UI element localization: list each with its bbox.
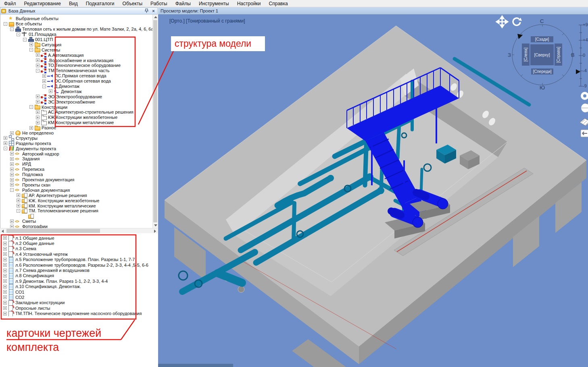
card-item[interactable]: + л.9 Демонтаж. План. Разрез 1-1, 2-2, 3…: [0, 278, 158, 284]
expander-icon[interactable]: +: [3, 274, 7, 278]
menu-item[interactable]: Справка: [265, 0, 292, 7]
tree-item[interactable]: [0, 214, 152, 219]
tree-item[interactable]: + Структуры: [0, 135, 152, 141]
tree-item[interactable]: - ТМ.Тепломеханическая часть: [0, 68, 152, 73]
tree-item[interactable]: + Проекты скан: [0, 182, 152, 188]
expander-icon[interactable]: -: [29, 48, 33, 52]
tree-item[interactable]: + КМ. Конструкции металлические: [0, 203, 152, 208]
navigation-compass[interactable]: С В Ю З [Сзади] [Слева] [Сверху] [Справа…: [512, 24, 573, 85]
menu-item[interactable]: Вид: [65, 0, 82, 7]
compass-face-top[interactable]: [Сверху]: [530, 44, 554, 65]
menu-item[interactable]: Настройки: [233, 0, 265, 7]
scroll-down-icon[interactable]: [154, 224, 157, 226]
card-item[interactable]: + л.5 Расположение трубопроводов. План. …: [0, 257, 158, 262]
expander-icon[interactable]: +: [36, 53, 40, 57]
expander-icon[interactable]: +: [10, 225, 14, 228]
tree-item[interactable]: + Проектная документация: [0, 177, 152, 182]
tree-horizontal-scrollbar[interactable]: [0, 228, 158, 233]
expander-icon[interactable]: +: [36, 110, 40, 114]
expander-icon[interactable]: +: [10, 162, 14, 166]
scroll-left-icon[interactable]: [2, 230, 4, 233]
expander-icon[interactable]: +: [10, 131, 14, 135]
tree-item[interactable]: + .Водоснабжение и канализация: [0, 58, 152, 63]
tree-item[interactable]: + Разделы проекта: [0, 141, 152, 146]
tree-item[interactable]: + ТО.Технологическое оборудование: [0, 63, 152, 68]
menu-item[interactable]: Объекты: [119, 0, 147, 7]
tree-item[interactable]: + ЭС.Электроснабжение: [0, 99, 152, 104]
tree-item[interactable]: - 01.Площадка: [0, 32, 152, 37]
compass-west[interactable]: З: [508, 52, 511, 58]
menu-item[interactable]: Работы: [146, 0, 171, 7]
expander-icon[interactable]: +: [10, 157, 14, 161]
tree-item[interactable]: - ТМ. Тепломеханические решения: [0, 208, 152, 214]
compass-face-right[interactable]: [Справа]: [555, 44, 562, 66]
tree-item[interactable]: + Ситуация: [0, 42, 152, 47]
menu-item[interactable]: Подкаталоги: [82, 0, 119, 7]
tree-item[interactable]: - Документы проекта: [0, 146, 152, 151]
expander-icon[interactable]: +: [3, 252, 7, 256]
tree-item[interactable]: - Все объекты: [0, 21, 152, 27]
card-item[interactable]: + л.6 Расположение трубопроводов. Разрез…: [0, 262, 158, 267]
tree-item[interactable]: + Сметы: [0, 219, 152, 224]
tree-item[interactable]: + ЭО.Электрооборудование: [0, 94, 152, 99]
card-item[interactable]: + СО2: [0, 294, 158, 300]
pin-icon[interactable]: [144, 8, 150, 14]
tree-item[interactable]: + Фотографии: [0, 224, 152, 228]
close-icon[interactable]: ×: [150, 8, 156, 14]
expander-icon[interactable]: +: [17, 204, 20, 207]
expander-icon[interactable]: +: [3, 236, 7, 240]
card-item[interactable]: + л.2 Общие данные: [0, 241, 158, 246]
tree-item[interactable]: + Переписка: [0, 167, 152, 172]
tree-item[interactable]: + АР. Архитектурные решения: [0, 193, 152, 198]
expander-icon[interactable]: +: [3, 263, 7, 267]
menu-item[interactable]: Файл: [0, 0, 20, 7]
tree-item[interactable]: - Конструкции: [0, 104, 152, 110]
tree-item[interactable]: + Демонтаж: [0, 89, 152, 94]
expander-icon[interactable]: +: [17, 199, 20, 202]
expander-icon[interactable]: -: [36, 69, 40, 73]
tree-item[interactable]: + Подложка: [0, 172, 152, 177]
menu-item[interactable]: Файлы: [171, 0, 195, 7]
expander-icon[interactable]: -: [4, 147, 7, 150]
expander-icon[interactable]: +: [10, 183, 14, 187]
card-item[interactable]: + СО1: [0, 289, 158, 294]
expander-icon[interactable]: +: [49, 89, 52, 93]
tree-item[interactable]: + ИРД: [0, 162, 152, 167]
tree-item[interactable]: + КЖ. Конструкции железобетонные: [0, 198, 152, 203]
scroll-up-icon[interactable]: [154, 16, 157, 18]
expander-icon[interactable]: -: [29, 105, 33, 109]
menu-item[interactable]: Редактирование: [20, 0, 65, 7]
expander-icon[interactable]: +: [3, 269, 7, 272]
expander-icon[interactable]: +: [3, 242, 7, 245]
expander-icon[interactable]: +: [10, 178, 14, 182]
expander-icon[interactable]: +: [17, 193, 20, 197]
card-item[interactable]: + ТМ.ТПН. Техническое предложение насосн…: [0, 311, 158, 316]
expander-icon[interactable]: +: [3, 301, 7, 305]
card-item[interactable]: + л.10 Спецификаиця. Демонтаж.: [0, 284, 158, 289]
expander-icon[interactable]: -: [17, 209, 20, 213]
tree-item[interactable]: + Авторский надзор: [0, 151, 152, 156]
compass-north[interactable]: С: [540, 18, 544, 24]
tree-item[interactable]: + Не определено: [0, 131, 152, 136]
tree-item[interactable]: + ПС.Прямая сетевая вода: [0, 73, 152, 79]
compass-south[interactable]: Ю: [540, 85, 545, 91]
tree-item[interactable]: - Тепловая сеть к жилым домам по ул. Мат…: [0, 27, 152, 32]
model-viewport[interactable]: [Орто.] [Тонированный с гранями] С В Ю З…: [158, 15, 588, 367]
tree-item[interactable]: + Разное: [0, 125, 152, 131]
expander-icon[interactable]: +: [10, 220, 14, 223]
expander-icon[interactable]: +: [42, 79, 46, 83]
compass-east[interactable]: В: [571, 52, 575, 58]
expander-icon[interactable]: -: [23, 38, 27, 41]
card-item[interactable]: + Опросные листы: [0, 305, 158, 311]
tree-vertical-scrollbar[interactable]: [152, 15, 158, 228]
scrollbar-thumb[interactable]: [6, 229, 100, 233]
expander-icon[interactable]: -: [10, 27, 14, 31]
expander-icon[interactable]: +: [4, 141, 7, 145]
tree-item[interactable]: - Рабочая документация: [0, 187, 152, 193]
tree-item[interactable]: - Системы: [0, 47, 152, 52]
expander-icon[interactable]: +: [3, 258, 7, 261]
tree-item[interactable]: + А.Автоматизация: [0, 52, 152, 58]
expander-icon[interactable]: +: [3, 306, 7, 310]
expander-icon[interactable]: +: [10, 173, 14, 176]
expander-icon[interactable]: +: [36, 64, 40, 67]
